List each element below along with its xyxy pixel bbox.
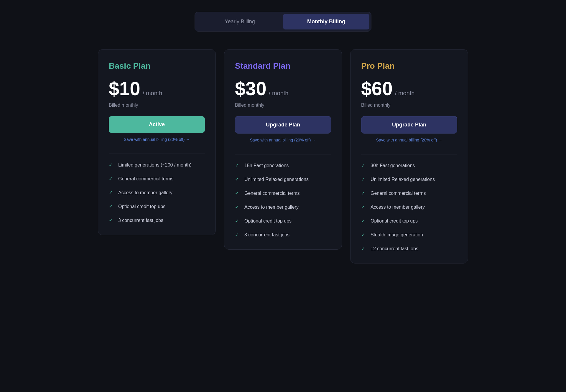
- check-icon: ✓: [235, 177, 240, 182]
- feature-item: ✓ Limited generations (~200 / month): [109, 162, 205, 168]
- feature-item: ✓ 12 concurrent fast jobs: [361, 246, 457, 251]
- billing-toggle: Yearly Billing Monthly Billing: [195, 12, 371, 32]
- check-icon: ✓: [109, 176, 114, 182]
- price-amount: $30: [235, 78, 266, 100]
- price-amount: $60: [361, 78, 393, 100]
- feature-list: ✓ Limited generations (~200 / month) ✓ G…: [109, 162, 205, 223]
- check-icon: ✓: [361, 163, 366, 168]
- monthly-billing-tab[interactable]: Monthly Billing: [283, 14, 369, 29]
- plan-button-pro[interactable]: Upgrade Plan: [361, 116, 457, 134]
- save-annual-link[interactable]: Save with annual billing (20% off) →: [361, 138, 457, 142]
- feature-item: ✓ 3 concurrent fast jobs: [235, 232, 331, 238]
- feature-item: ✓ Optional credit top ups: [109, 204, 205, 209]
- price-period: / month: [395, 90, 415, 97]
- feature-text: 3 concurrent fast jobs: [244, 232, 289, 238]
- check-icon: ✓: [361, 190, 366, 196]
- price-amount: $10: [109, 78, 140, 100]
- check-icon: ✓: [361, 218, 366, 224]
- plan-card-standard: Standard Plan $30 / month Billed monthly…: [224, 49, 342, 250]
- plan-card-basic: Basic Plan $10 / month Billed monthly Ac…: [98, 49, 216, 235]
- feature-text: General commercial terms: [371, 191, 426, 196]
- feature-list: ✓ 15h Fast generations ✓ Unlimited Relax…: [235, 163, 331, 238]
- feature-text: 30h Fast generations: [371, 163, 415, 168]
- feature-item: ✓ Access to member gallery: [361, 204, 457, 210]
- billed-label: Billed monthly: [235, 103, 331, 108]
- check-icon: ✓: [235, 163, 240, 168]
- feature-item: ✓ Optional credit top ups: [361, 218, 457, 224]
- save-annual-link[interactable]: Save with annual billing (20% off) →: [109, 137, 205, 142]
- plan-card-pro: Pro Plan $60 / month Billed monthly Upgr…: [350, 49, 468, 263]
- feature-text: Optional credit top ups: [244, 218, 292, 224]
- save-annual-link[interactable]: Save with annual billing (20% off) →: [235, 138, 331, 142]
- feature-item: ✓ Access to member gallery: [235, 204, 331, 210]
- check-icon: ✓: [361, 232, 366, 238]
- feature-item: ✓ Stealth image generation: [361, 232, 457, 238]
- feature-item: ✓ General commercial terms: [361, 190, 457, 196]
- check-icon: ✓: [109, 204, 114, 209]
- price-period: / month: [269, 90, 289, 97]
- feature-text: Optional credit top ups: [118, 204, 165, 209]
- plan-name: Standard Plan: [235, 61, 331, 71]
- plan-name: Pro Plan: [361, 61, 457, 71]
- feature-text: General commercial terms: [118, 176, 174, 182]
- plan-name: Basic Plan: [109, 61, 205, 71]
- check-icon: ✓: [109, 162, 114, 168]
- feature-item: ✓ Unlimited Relaxed generations: [235, 177, 331, 182]
- check-icon: ✓: [361, 177, 366, 182]
- check-icon: ✓: [235, 190, 240, 196]
- feature-item: ✓ Unlimited Relaxed generations: [361, 177, 457, 182]
- feature-text: 12 concurrent fast jobs: [371, 246, 418, 251]
- feature-item: ✓ Optional credit top ups: [235, 218, 331, 224]
- feature-item: ✓ 30h Fast generations: [361, 163, 457, 168]
- feature-text: Access to member gallery: [244, 205, 299, 210]
- feature-text: Limited generations (~200 / month): [118, 162, 192, 168]
- check-icon: ✓: [109, 218, 114, 223]
- plan-button-standard[interactable]: Upgrade Plan: [235, 116, 331, 134]
- plan-price: $60 / month: [361, 78, 457, 100]
- billed-label: Billed monthly: [109, 103, 205, 108]
- feature-list: ✓ 30h Fast generations ✓ Unlimited Relax…: [361, 163, 457, 251]
- plan-button-basic[interactable]: Active: [109, 116, 205, 133]
- feature-item: ✓ General commercial terms: [235, 190, 331, 196]
- feature-text: Unlimited Relaxed generations: [244, 177, 309, 182]
- plans-container: Basic Plan $10 / month Billed monthly Ac…: [91, 49, 475, 263]
- feature-text: 3 concurrent fast jobs: [118, 218, 163, 223]
- feature-item: ✓ Access to member gallery: [109, 190, 205, 195]
- check-icon: ✓: [361, 246, 366, 251]
- feature-text: General commercial terms: [244, 191, 300, 196]
- billed-label: Billed monthly: [361, 103, 457, 108]
- check-icon: ✓: [235, 232, 240, 238]
- plan-price: $10 / month: [109, 78, 205, 100]
- feature-text: 15h Fast generations: [244, 163, 289, 168]
- price-period: / month: [143, 90, 162, 97]
- check-icon: ✓: [361, 204, 366, 210]
- plan-price: $30 / month: [235, 78, 331, 100]
- features-divider: [235, 154, 331, 154]
- features-divider: [109, 154, 205, 154]
- feature-item: ✓ General commercial terms: [109, 176, 205, 182]
- feature-text: Optional credit top ups: [371, 218, 418, 224]
- feature-text: Access to member gallery: [371, 205, 425, 210]
- feature-text: Access to member gallery: [118, 190, 172, 195]
- feature-item: ✓ 3 concurrent fast jobs: [109, 218, 205, 223]
- feature-item: ✓ 15h Fast generations: [235, 163, 331, 168]
- yearly-billing-tab[interactable]: Yearly Billing: [197, 14, 283, 29]
- check-icon: ✓: [235, 218, 240, 224]
- check-icon: ✓: [109, 190, 114, 195]
- feature-text: Stealth image generation: [371, 232, 423, 238]
- check-icon: ✓: [235, 204, 240, 210]
- features-divider: [361, 154, 457, 154]
- feature-text: Unlimited Relaxed generations: [371, 177, 435, 182]
